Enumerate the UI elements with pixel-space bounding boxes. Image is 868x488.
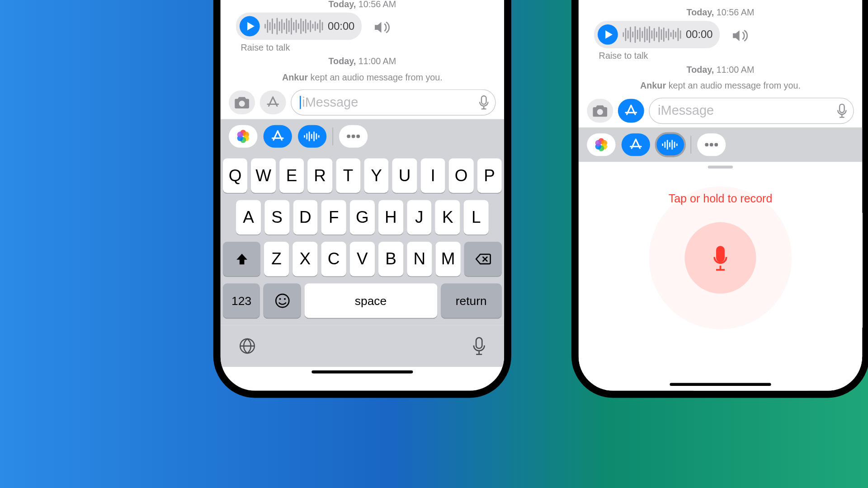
svg-point-7 <box>237 131 243 137</box>
backspace-key[interactable] <box>464 242 502 276</box>
key-b[interactable]: B <box>378 242 403 276</box>
key-l[interactable]: L <box>464 200 489 235</box>
svg-rect-32 <box>665 142 666 148</box>
message-input[interactable]: iMessage <box>291 89 495 116</box>
key-t[interactable]: T <box>336 159 361 193</box>
play-button[interactable] <box>240 16 260 37</box>
key-h[interactable]: H <box>378 200 403 235</box>
raise-to-talk-label: Raise to talk <box>599 51 854 61</box>
placeholder-text: iMessage <box>302 95 478 110</box>
key-d[interactable]: D <box>293 200 318 235</box>
key-o[interactable]: O <box>449 159 474 193</box>
keyboard-bottom <box>221 325 504 367</box>
phone-left: Today, 10:56 AM 00:00 Raise to talk Toda… <box>213 0 511 398</box>
waveform-icon <box>264 18 323 35</box>
svg-rect-11 <box>311 134 312 139</box>
camera-button[interactable] <box>229 90 255 114</box>
messages-area: Today, 10:56 AM 00:00 Raise to talk Toda… <box>579 0 862 95</box>
key-g[interactable]: G <box>350 200 375 235</box>
svg-point-0 <box>240 102 244 105</box>
svg-point-17 <box>356 135 360 138</box>
appstore-app-icon[interactable] <box>264 125 292 148</box>
svg-point-40 <box>714 143 718 146</box>
input-row: iMessage <box>221 87 504 119</box>
svg-rect-31 <box>662 144 663 146</box>
record-panel: Tap or hold to record <box>579 162 862 390</box>
svg-point-15 <box>347 135 350 138</box>
key-x[interactable]: X <box>292 242 317 276</box>
phone-right: Today, 10:56 AM 00:00 Raise to talk Toda… <box>571 0 868 398</box>
audio-app-icon[interactable] <box>298 125 326 148</box>
svg-rect-1 <box>481 96 486 104</box>
svg-rect-12 <box>313 131 315 141</box>
message-input[interactable]: iMessage <box>649 98 854 124</box>
photos-app-icon[interactable] <box>229 125 257 148</box>
key-n[interactable]: N <box>407 242 432 276</box>
key-m[interactable]: M <box>435 242 460 276</box>
shift-key[interactable] <box>223 242 260 276</box>
timestamp-2: Today, 11:00 AM <box>587 64 854 74</box>
home-indicator[interactable] <box>311 371 413 374</box>
key-v[interactable]: V <box>350 242 375 276</box>
key-u[interactable]: U <box>392 159 417 193</box>
record-button[interactable] <box>684 222 756 294</box>
numbers-key[interactable]: 123 <box>223 283 260 318</box>
return-key[interactable]: return <box>441 283 502 318</box>
key-c[interactable]: C <box>321 242 346 276</box>
speaker-icon[interactable] <box>373 21 390 34</box>
key-r[interactable]: R <box>307 159 332 193</box>
key-y[interactable]: Y <box>364 159 389 193</box>
key-z[interactable]: Z <box>264 242 289 276</box>
record-hint: Tap or hold to record <box>669 192 773 206</box>
mic-icon[interactable] <box>472 337 486 356</box>
app-strip <box>579 127 862 162</box>
app-strip <box>221 119 504 154</box>
svg-rect-10 <box>309 131 310 141</box>
svg-rect-13 <box>316 133 317 139</box>
key-f[interactable]: F <box>321 200 346 235</box>
key-s[interactable]: S <box>264 200 289 235</box>
key-a[interactable]: A <box>236 200 261 235</box>
svg-point-18 <box>276 294 289 307</box>
key-p[interactable]: P <box>477 159 502 193</box>
key-q[interactable]: Q <box>223 159 248 193</box>
photos-app-icon[interactable] <box>587 133 615 156</box>
svg-rect-33 <box>667 140 668 150</box>
emoji-key[interactable] <box>264 283 301 318</box>
key-w[interactable]: W <box>251 159 276 193</box>
svg-point-38 <box>705 143 708 146</box>
dictation-icon[interactable] <box>478 95 489 110</box>
more-apps-icon[interactable] <box>697 133 726 156</box>
input-row: iMessage <box>579 95 862 127</box>
audio-message-bubble[interactable]: 00:00 <box>594 21 720 48</box>
svg-point-30 <box>595 140 601 146</box>
svg-point-23 <box>598 110 602 114</box>
audio-message-bubble[interactable]: 00:00 <box>236 13 362 40</box>
audio-app-icon[interactable] <box>656 133 684 156</box>
appstore-button[interactable] <box>260 90 286 114</box>
key-k[interactable]: K <box>435 200 460 235</box>
space-key[interactable]: space <box>304 283 437 318</box>
dictation-icon[interactable] <box>837 103 848 118</box>
key-e[interactable]: E <box>279 159 304 193</box>
svg-rect-24 <box>840 104 844 113</box>
raise-to-talk-label: Raise to talk <box>241 42 496 52</box>
kept-audio-status: Ankur kept an audio message from you. <box>587 80 854 90</box>
globe-icon[interactable] <box>238 337 256 355</box>
play-button[interactable] <box>598 24 618 45</box>
key-j[interactable]: J <box>407 200 432 235</box>
drag-handle[interactable] <box>708 165 733 169</box>
placeholder-text: iMessage <box>658 103 836 118</box>
appstore-app-icon[interactable] <box>622 133 650 156</box>
home-indicator[interactable] <box>670 383 771 386</box>
speaker-icon[interactable] <box>732 29 749 42</box>
svg-rect-36 <box>674 142 675 148</box>
key-i[interactable]: I <box>420 159 445 193</box>
kept-audio-status: Ankur kept an audio message from you. <box>229 72 495 82</box>
appstore-button[interactable] <box>618 99 644 123</box>
svg-point-39 <box>710 143 713 146</box>
more-apps-icon[interactable] <box>339 125 368 148</box>
camera-button[interactable] <box>587 99 613 123</box>
svg-rect-8 <box>304 135 305 137</box>
svg-point-20 <box>283 298 285 300</box>
